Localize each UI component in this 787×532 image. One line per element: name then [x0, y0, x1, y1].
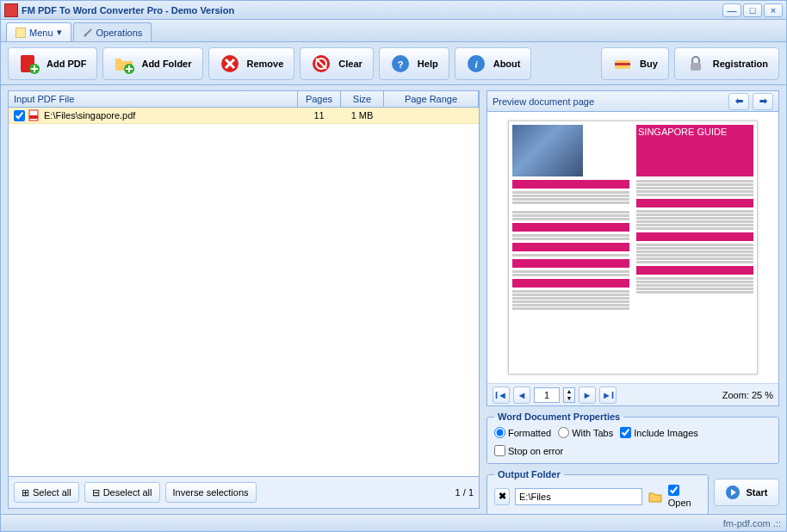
with-tabs-radio[interactable]: [558, 427, 569, 438]
window-title: FM PDF To Word Converter Pro - Demo Vers…: [22, 5, 721, 15]
select-all-button[interactable]: ⊞ Select all: [14, 482, 79, 503]
right-panel: Preview document page ⬅ ➡: [486, 90, 779, 509]
remove-button[interactable]: Remove: [208, 47, 295, 80]
col-size[interactable]: Size: [341, 91, 384, 107]
svg-rect-16: [29, 115, 38, 119]
registration-button[interactable]: Registration: [674, 47, 779, 80]
row-checkbox[interactable]: [14, 110, 25, 121]
output-folder-fieldset: Output Folder ✖ Open: [486, 469, 709, 514]
svg-point-1: [84, 34, 86, 36]
browse-folder-button[interactable]: [648, 488, 663, 505]
preview-footer: I◄ ◄ ▲▼ ► ►I Zoom: 25 %: [487, 383, 778, 405]
help-button[interactable]: ? Help: [379, 47, 449, 80]
remove-icon: [220, 53, 240, 74]
help-icon: ?: [390, 53, 411, 74]
maximize-button[interactable]: □: [743, 3, 762, 17]
first-page-button[interactable]: I◄: [493, 387, 510, 404]
folder-add-icon: [114, 53, 134, 74]
preview-doc-title: SINGAPORE GUIDE: [636, 125, 753, 176]
start-label: Start: [746, 487, 767, 498]
pdf-add-icon: [19, 53, 40, 74]
add-pdf-button[interactable]: Add PDF: [8, 47, 97, 80]
select-all-label: Select all: [33, 487, 71, 498]
table-header: Input PDF File Pages Size Page Range: [9, 91, 479, 108]
prev-doc-button[interactable]: ⬅: [728, 93, 749, 110]
website-link[interactable]: fm-pdf.com .::: [723, 518, 781, 529]
deselect-all-icon: ⊟: [92, 487, 100, 498]
tab-operations-label: Operations: [96, 28, 143, 38]
row-pages: 11: [298, 108, 341, 123]
table-body-empty: [9, 124, 479, 476]
output-path-input[interactable]: [515, 488, 642, 505]
tab-menu[interactable]: Menu ▾: [6, 22, 71, 41]
svg-rect-14: [691, 63, 701, 71]
buy-button[interactable]: Buy: [601, 47, 669, 80]
buy-label: Buy: [640, 59, 658, 69]
table-row[interactable]: E:\Files\singapore.pdf 11 1 MB: [9, 108, 479, 124]
zoom-label: Zoom: 25 %: [722, 390, 773, 400]
open-checkbox[interactable]: [668, 485, 679, 496]
preview-image-placeholder: [512, 125, 583, 176]
add-pdf-label: Add PDF: [46, 59, 86, 69]
row-path: E:\Files\singapore.pdf: [44, 110, 135, 121]
stop-on-error-option[interactable]: Stop on error: [494, 445, 563, 456]
app-icon: [4, 3, 18, 17]
next-page-button[interactable]: ►: [579, 387, 596, 404]
remove-label: Remove: [247, 59, 284, 69]
pdf-file-icon: [28, 109, 40, 121]
last-page-button[interactable]: ►I: [599, 387, 617, 404]
file-list-panel: Input PDF File Pages Size Page Range E:\…: [8, 90, 480, 509]
preview-panel: Preview document page ⬅ ➡: [486, 90, 779, 406]
page-input[interactable]: [534, 387, 560, 403]
word-properties-fieldset: Word Document Properties Formatted With …: [486, 411, 779, 464]
selection-toolbar: ⊞ Select all ⊟ Deselect all Inverse sele…: [9, 476, 479, 508]
about-label: About: [493, 59, 521, 69]
clear-path-button[interactable]: ✖: [494, 488, 510, 505]
include-images-option[interactable]: Include Images: [620, 427, 698, 438]
add-folder-button[interactable]: Add Folder: [102, 47, 202, 80]
titlebar: FM PDF To Word Converter Pro - Demo Vers…: [1, 1, 786, 20]
help-label: Help: [418, 59, 438, 69]
with-tabs-option[interactable]: With Tabs: [558, 427, 613, 438]
formatted-option[interactable]: Formatted: [494, 427, 551, 438]
document-preview: SINGAPORE GUIDE: [508, 121, 758, 374]
page-spinner[interactable]: ▲▼: [563, 387, 575, 403]
chevron-down-icon: ▾: [57, 27, 62, 38]
content-area: Input PDF File Pages Size Page Range E:\…: [1, 85, 786, 514]
svg-rect-0: [15, 28, 26, 38]
start-button[interactable]: Start: [714, 479, 779, 506]
formatted-radio[interactable]: [494, 427, 505, 438]
add-folder-label: Add Folder: [141, 59, 191, 69]
inverse-selection-button[interactable]: Inverse selections: [165, 482, 257, 503]
app-window: FM PDF To Word Converter Pro - Demo Vers…: [0, 0, 787, 532]
deselect-all-button[interactable]: ⊟ Deselect all: [84, 482, 160, 503]
open-option[interactable]: Open: [668, 485, 701, 508]
col-pages[interactable]: Pages: [298, 91, 341, 107]
row-range: [384, 108, 479, 123]
clear-icon: [311, 53, 332, 74]
stop-on-error-checkbox[interactable]: [494, 445, 505, 456]
clear-button[interactable]: Clear: [300, 47, 374, 80]
next-doc-button[interactable]: ➡: [753, 93, 773, 110]
minimize-button[interactable]: —: [722, 3, 741, 17]
close-button[interactable]: ×: [764, 3, 783, 17]
col-file[interactable]: Input PDF File: [9, 91, 298, 107]
output-folder-legend: Output Folder: [494, 469, 564, 479]
play-icon: [725, 485, 741, 500]
inverse-label: Inverse selections: [173, 487, 249, 498]
toolbar: Add PDF Add Folder Remove Clear ? Help i…: [1, 42, 786, 85]
about-button[interactable]: i About: [455, 47, 532, 80]
buy-icon: [612, 53, 633, 74]
svg-text:?: ?: [397, 59, 403, 70]
status-bar: fm-pdf.com .::: [1, 514, 786, 531]
tab-operations[interactable]: Operations: [73, 22, 152, 41]
col-range[interactable]: Page Range: [384, 91, 479, 107]
prev-page-button[interactable]: ◄: [513, 387, 530, 404]
svg-rect-13: [615, 63, 630, 65]
preview-body: SINGAPORE GUIDE: [487, 112, 778, 383]
include-images-checkbox[interactable]: [620, 427, 631, 438]
preview-header: Preview document page ⬅ ➡: [487, 91, 778, 112]
preview-title: Preview document page: [493, 96, 725, 107]
registration-label: Registration: [713, 59, 768, 69]
clear-label: Clear: [338, 59, 363, 69]
